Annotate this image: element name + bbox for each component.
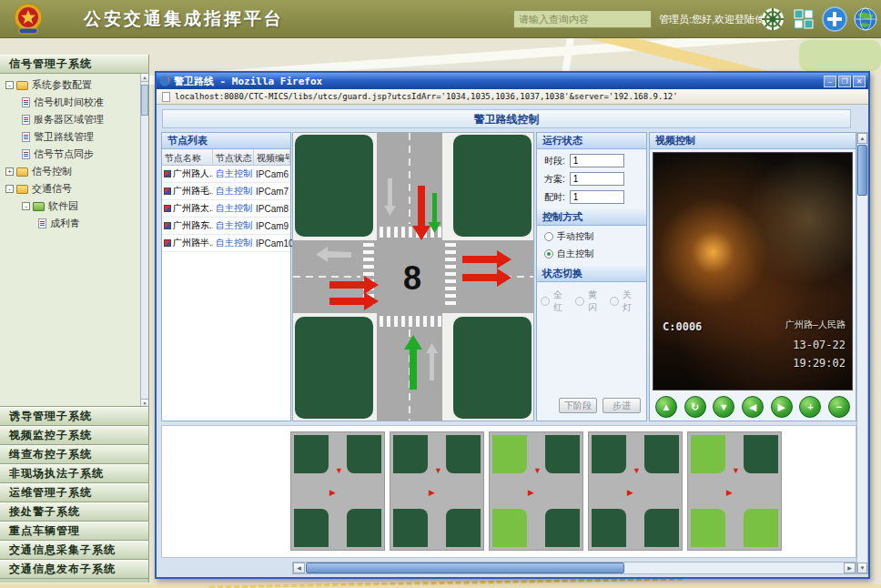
mini-arrow-icon: ▼ [633, 467, 641, 475]
signal-countdown: 8 [403, 259, 421, 297]
tree-item-guard-route[interactable]: 警卫路线管理 [0, 128, 148, 146]
command-wheel-icon[interactable] [761, 7, 785, 35]
expand-toggle-icon[interactable]: - [5, 185, 14, 193]
node-status-link[interactable]: 自主控制 [213, 167, 254, 180]
node-status-link[interactable]: 自主控制 [213, 219, 254, 232]
globe-icon[interactable] [854, 7, 877, 35]
node-row[interactable]: 广州路太... 自主控制 IPCam8 [162, 200, 290, 218]
search-input[interactable] [513, 10, 652, 28]
map-park [799, 40, 881, 71]
scrollbar-thumb[interactable] [141, 85, 148, 116]
node-row[interactable]: 广州路东... 自主控制 IPCam9 [162, 218, 290, 235]
firefox-icon [159, 76, 170, 86]
sidebar-item-operations[interactable]: 运维管理子系统 [0, 483, 148, 502]
sidebar-item-traffic-release[interactable]: 交通信息发布子系统 [0, 560, 148, 579]
scroll-left-icon[interactable]: ◀ [293, 563, 305, 573]
scrollbar-thumb[interactable] [306, 563, 624, 573]
node-row[interactable]: 广州路半... 自主控制 IPCam10 [162, 235, 290, 252]
node-row[interactable]: 广州路人... 自主控制 IPCam6 [162, 166, 290, 183]
add-plus-icon[interactable] [822, 6, 847, 35]
screen: 公安交通集成指挥平台 管理员:您好,欢迎登陆使用 [0, 0, 881, 588]
map-road [562, 36, 574, 76]
window-titlebar[interactable]: 警卫路线 - Mozilla Firefox – ❐ ✕ [157, 73, 868, 89]
mini-arrow-icon: ▶ [329, 489, 336, 497]
yellow-flash-option[interactable]: 黄闪 [575, 289, 605, 314]
sidebar-item-guidance[interactable]: 诱导管理子系统 [0, 407, 148, 426]
control-mode-header: 控制方式 [537, 209, 646, 226]
phase-thumbnail[interactable]: ▼ ▶ [390, 431, 484, 551]
location-overlay: 广州路—人民路 [785, 319, 846, 331]
timing-input[interactable] [570, 190, 624, 204]
tree-item-signal-control[interactable]: + 信号控制 [0, 163, 148, 180]
column-video-id[interactable]: 视频编号 [254, 149, 290, 165]
lights-off-option[interactable]: 关灯 [610, 289, 640, 314]
period-input[interactable] [570, 154, 624, 167]
expand-toggle-icon[interactable]: - [5, 81, 14, 89]
sidebar-item-key-vehicles[interactable]: 重点车辆管理 [0, 522, 148, 541]
next-stage-button[interactable]: 下阶段 [559, 398, 597, 413]
expand-toggle-icon[interactable]: - [22, 202, 30, 210]
sidebar-item-video-surveillance[interactable]: 视频监控子系统 [0, 426, 148, 445]
ptz-down-button[interactable]: ▼ [713, 396, 734, 418]
phase-thumbnail-strip: ▼ ▶ ▼ ▶ ▼ ▶ ▼ ▶ [161, 425, 856, 558]
video-panel: 视频控制 C:0006 广州路—人民路 13-07-22 19:29:02 ▲ … [649, 132, 856, 421]
tree-item-traffic-signal[interactable]: - 交通信号 [0, 180, 148, 198]
node-status-link[interactable]: 自主控制 [213, 185, 254, 198]
ptz-right-button[interactable]: ▶ [771, 396, 793, 418]
tree-item-chengliqing[interactable]: 成利青 [0, 215, 148, 232]
plan-input[interactable] [570, 172, 624, 186]
close-button[interactable]: ✕ [853, 76, 866, 87]
column-node-status[interactable]: 节点状态 [213, 149, 254, 165]
scroll-up-icon[interactable]: ▲ [141, 74, 148, 82]
column-node-name[interactable]: 节点名称 [162, 149, 213, 165]
camera-icon [164, 188, 171, 195]
scrollbar-thumb[interactable] [857, 145, 867, 196]
radio-icon[interactable] [544, 249, 553, 259]
ptz-auto-button[interactable]: ↻ [684, 396, 706, 418]
phase-thumbnail[interactable]: ▼ ▶ [687, 431, 782, 551]
horizontal-scrollbar[interactable]: ◀ ▶ [292, 562, 856, 574]
maximize-button[interactable]: ❐ [838, 76, 851, 87]
page-icon [22, 149, 30, 159]
scroll-up-icon[interactable]: ▲ [857, 133, 867, 144]
tree-scrollbar[interactable]: ▲ ▼ [140, 74, 148, 407]
phase-thumbnail[interactable]: ▼ ▶ [290, 431, 385, 551]
field-period: 时段: [537, 149, 646, 167]
tree-item-node-sync[interactable]: 信号节点同步 [0, 146, 148, 163]
radio-icon[interactable] [544, 232, 553, 241]
grid-apps-icon[interactable] [793, 8, 815, 34]
ptz-left-button[interactable]: ◀ [742, 396, 764, 418]
sidebar-panel-title[interactable]: 信号管理子系统 [0, 55, 148, 74]
phase-thumbnail[interactable]: ▼ ▶ [588, 431, 683, 551]
tree-item-server-area[interactable]: 服务器区域管理 [0, 111, 148, 128]
sidebar-item-alarm-dispatch[interactable]: 接处警子系统 [0, 502, 148, 522]
ptz-zoom-out-button[interactable]: − [828, 396, 850, 418]
node-status-link[interactable]: 自主控制 [213, 202, 254, 215]
vertical-scrollbar[interactable]: ▲ ▼ [856, 132, 868, 574]
sidebar-item-investigation-control[interactable]: 缉查布控子系统 [0, 445, 148, 464]
sidebar-item-traffic-collection[interactable]: 交通信息采集子系统 [0, 541, 148, 560]
manual-control-option[interactable]: 手动控制 [537, 226, 646, 243]
ptz-zoom-in-button[interactable]: + [799, 396, 821, 418]
node-row[interactable]: 广州路毛... 自主控制 IPCam7 [162, 183, 290, 200]
tree-item-system-params[interactable]: - 系统参数配置 [0, 76, 148, 94]
scroll-right-icon[interactable]: ▶ [844, 563, 856, 573]
app-title: 公安交通集成指挥平台 [84, 0, 284, 38]
ptz-controls: ▲ ↻ ▼ ◀ ▶ + − [650, 396, 856, 418]
tree-item-software-park[interactable]: - 软件园 [0, 198, 148, 215]
sidebar-item-offsite-enforcement[interactable]: 非现场执法子系统 [0, 464, 148, 483]
scroll-down-icon[interactable]: ▼ [141, 399, 148, 407]
scroll-down-icon[interactable]: ▼ [857, 563, 867, 573]
minimize-button[interactable]: – [824, 76, 836, 87]
phase-thumbnail[interactable]: ▼ ▶ [489, 431, 583, 551]
node-status-link[interactable]: 自主控制 [213, 237, 254, 249]
tree-item-label: 交通信号 [32, 182, 72, 196]
all-red-option[interactable]: 全红 [541, 289, 571, 314]
auto-control-option[interactable]: 自主控制 [537, 243, 646, 260]
url-bar[interactable]: localhost:8080/CTC-MICS/libs/utcs/guard.… [157, 89, 868, 105]
node-video-id: IPCam8 [254, 204, 290, 214]
expand-toggle-icon[interactable]: + [5, 167, 14, 176]
step-button[interactable]: 步进 [603, 398, 641, 413]
ptz-up-button[interactable]: ▲ [655, 396, 677, 418]
tree-item-time-calibration[interactable]: 信号机时间校准 [0, 94, 148, 111]
